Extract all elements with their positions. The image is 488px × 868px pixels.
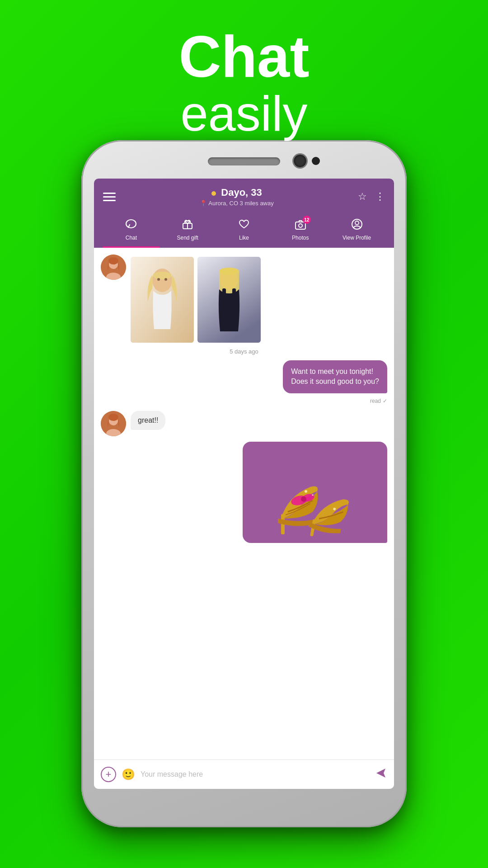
location-pin-icon: 📍 — [200, 200, 207, 207]
photo-thumbnails — [131, 257, 261, 343]
tab-photos-label: Photos — [292, 235, 309, 241]
gift-shoes-image — [247, 446, 383, 537]
tab-view-profile-label: View Profile — [343, 235, 371, 241]
favorite-button[interactable]: ☆ — [358, 191, 367, 203]
camera-icon: 12 — [295, 218, 306, 233]
chat-content: 5 days ago Want to meet you tonight!Does… — [94, 248, 394, 779]
outgoing-message-row: Want to meet you tonight!Does it sound g… — [101, 360, 387, 396]
photo-thumbnails-container — [131, 255, 261, 343]
more-options-button[interactable]: ⋮ — [375, 191, 385, 203]
outgoing-message-bubble: Want to meet you tonight!Does it sound g… — [283, 360, 387, 393]
add-attachment-button[interactable]: + — [101, 767, 116, 782]
tab-photos[interactable]: 12 Photos — [272, 215, 328, 248]
online-indicator — [211, 191, 216, 196]
svg-rect-4 — [296, 222, 305, 229]
send-button[interactable] — [375, 767, 387, 782]
read-checkmark-icon: ✓ — [383, 398, 387, 404]
photos-badge: 12 — [303, 216, 311, 224]
read-label: read — [370, 398, 381, 404]
svg-point-14 — [157, 278, 160, 281]
header-actions: ☆ ⋮ — [358, 191, 385, 203]
avatar-incoming — [101, 255, 126, 280]
incoming-message-bubble: great!! — [131, 411, 165, 430]
read-status: read ✓ — [101, 398, 387, 404]
emoji-button[interactable]: 🙂 — [122, 768, 135, 781]
incoming-message-text: great!! — [138, 416, 158, 424]
tab-view-profile[interactable]: View Profile — [328, 215, 385, 248]
avatar-incoming-2 — [101, 411, 126, 436]
tab-chat-label: Chat — [126, 235, 137, 241]
message-timestamp: 5 days ago — [101, 348, 387, 355]
svg-point-32 — [312, 494, 314, 496]
headline-chat: Chat — [0, 27, 488, 86]
outgoing-gift-row — [101, 442, 387, 543]
tab-send-gift-label: Send gift — [177, 235, 198, 241]
heart-icon — [238, 218, 250, 233]
svg-point-0 — [126, 220, 136, 228]
message-row-photos — [101, 255, 387, 343]
app-header: Dayo, 33 📍 Aurora, CO 3 miles away ☆ ⋮ — [94, 179, 394, 248]
headline-easily: easily — [0, 86, 488, 141]
svg-rect-21 — [232, 288, 236, 302]
headline-area: Chat easily — [0, 27, 488, 141]
tab-chat[interactable]: Chat — [103, 215, 160, 248]
phone-shell: Dayo, 33 📍 Aurora, CO 3 miles away ☆ ⋮ — [81, 140, 407, 827]
gift-message-bubble — [243, 442, 387, 543]
tab-like-label: Like — [239, 235, 249, 241]
svg-rect-20 — [222, 288, 226, 302]
svg-point-7 — [355, 221, 359, 225]
hamburger-menu-button[interactable] — [103, 193, 116, 201]
photo-thumb-2[interactable] — [197, 257, 261, 343]
chat-bubble-icon — [125, 218, 137, 233]
svg-point-11 — [108, 257, 118, 264]
phone-speaker — [208, 157, 280, 165]
svg-point-25 — [108, 414, 118, 421]
input-bar: + 🙂 Your message here — [94, 760, 394, 789]
outgoing-message-text: Want to meet you tonight!Does it sound g… — [291, 368, 379, 385]
header-name-area: Dayo, 33 📍 Aurora, CO 3 miles away — [200, 187, 274, 207]
message-input[interactable]: Your message here — [141, 770, 369, 778]
tab-like[interactable]: Like — [216, 215, 272, 248]
tab-send-gift[interactable]: Send gift — [160, 215, 216, 248]
phone-screen: Dayo, 33 📍 Aurora, CO 3 miles away ☆ ⋮ — [94, 179, 394, 789]
svg-point-31 — [305, 490, 307, 493]
svg-point-19 — [219, 268, 239, 275]
phone-sensor — [312, 157, 320, 165]
photo-thumb-1[interactable] — [131, 257, 194, 343]
svg-point-30 — [301, 496, 306, 502]
gift-icon — [182, 218, 193, 233]
person-circle-icon — [351, 218, 363, 233]
header-top: Dayo, 33 📍 Aurora, CO 3 miles away ☆ ⋮ — [103, 187, 385, 207]
phone-camera — [294, 155, 306, 167]
profile-name: Dayo, 33 — [200, 187, 274, 198]
nav-tabs: Chat Send gift — [103, 211, 385, 248]
svg-point-5 — [299, 224, 302, 227]
profile-location: 📍 Aurora, CO 3 miles away — [200, 200, 274, 207]
svg-point-15 — [164, 278, 167, 281]
incoming-text-row: great!! — [101, 411, 387, 436]
